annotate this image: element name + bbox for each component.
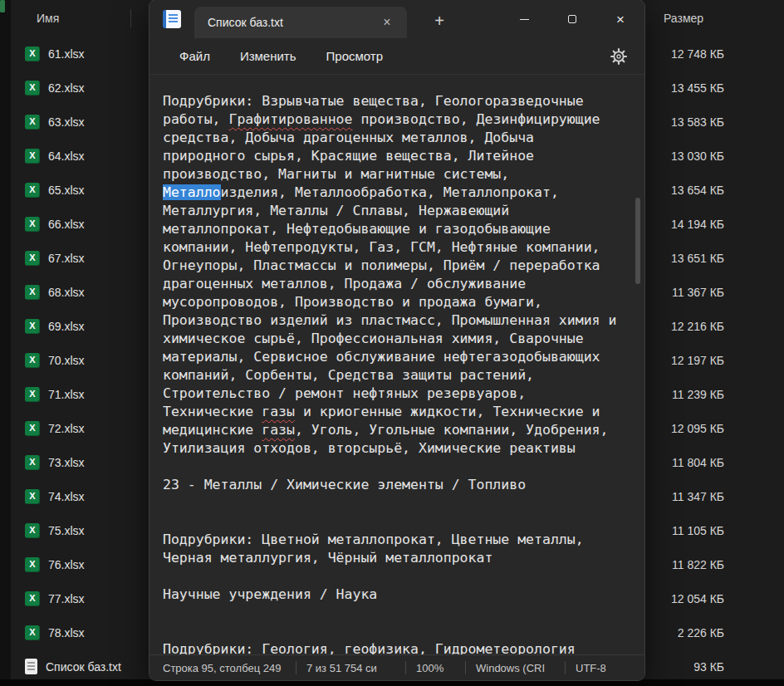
file-name: 69.xlsx — [48, 320, 85, 333]
window-controls: × — [500, 0, 644, 38]
document-tab[interactable]: Список баз.txt × — [194, 7, 407, 38]
excel-file-icon: X — [25, 523, 40, 538]
text-segment: Черная металлургия, Чёрный металлопрокат — [163, 550, 492, 566]
excel-x-glyph: X — [29, 321, 35, 331]
file-size: 13 651 КБ — [671, 252, 724, 265]
excel-file-icon: X — [25, 115, 40, 130]
text-segment: 23 - Металлы / Химические элементы / Топ… — [163, 477, 526, 492]
statusbar: Строка 95, столбец 249 7 из 51 754 си 10… — [149, 654, 644, 680]
file-name: Список баз.txt — [46, 660, 121, 674]
editor-line: Научные учреждения / Наука — [163, 586, 632, 604]
column-header-size[interactable]: Размер — [664, 0, 703, 37]
menu-file[interactable]: Файл — [179, 49, 210, 63]
menu-edit[interactable]: Изменить — [240, 49, 296, 63]
file-name: 67.xlsx — [48, 252, 85, 265]
excel-file-icon: X — [25, 149, 40, 164]
excel-x-glyph: X — [29, 219, 35, 228]
editor-line: Технические газы и криогенные жидкости, … — [163, 403, 632, 421]
text-segment: металлопрокат, Нефтедобывающие и газодоб… — [163, 221, 551, 237]
editor-line: Подрубрики: Геология, геофизика, Гидроме… — [163, 640, 632, 654]
file-size: 11 367 КБ — [672, 286, 724, 299]
tab-close-icon[interactable]: × — [377, 12, 397, 32]
text-segment: Утилизация отходов, вторсырьё, Химически… — [163, 440, 576, 456]
titlebar[interactable]: Список баз.txt × + × — [149, 0, 644, 38]
text-segment: Огнеупоры, Пластмассы и полимеры, Приём … — [163, 257, 600, 273]
editor-line: природного сырья, Красящие вещества, Лит… — [163, 147, 632, 165]
vertical-scrollbar[interactable] — [635, 198, 640, 284]
text-segment: и криогенные жидкости, Технические и — [295, 404, 600, 419]
text-segment: Металлургия, Металлы / Сплавы, Нержавеющ… — [163, 203, 509, 218]
editor-line: компаний, Сорбенты, Средства защиты раст… — [163, 366, 632, 385]
editor-line: компании, Нефтепродукты, Газ, ГСМ, Нефтя… — [163, 238, 632, 257]
file-size: 2 226 КБ — [678, 626, 724, 639]
new-tab-button[interactable]: + — [425, 8, 453, 33]
file-name: 68.xlsx — [48, 286, 85, 299]
editor-line: Подрубрики: Взрывчатые вещества, Геолого… — [163, 92, 632, 110]
file-size: 12 197 КБ — [671, 354, 724, 367]
file-size: 13 030 КБ — [671, 149, 724, 163]
editor-line: химическое сырьё, Профессиональная химия… — [163, 330, 632, 348]
file-size: 14 194 КБ — [671, 218, 724, 231]
file-size: 12 216 КБ — [671, 320, 724, 333]
menubar: Файл Изменить Просмотр — [149, 38, 644, 75]
file-size: 11 822 КБ — [672, 558, 724, 571]
text-editor[interactable]: Подрубрики: Взрывчатые вещества, Геолого… — [150, 75, 644, 654]
text-segment: работы, — [163, 111, 228, 127]
file-size: 12 748 КБ — [671, 47, 724, 61]
excel-file-icon: X — [25, 455, 40, 470]
file-size: 12 095 КБ — [671, 422, 724, 435]
file-size: 12 054 КБ — [671, 592, 724, 605]
excel-x-glyph: X — [29, 560, 35, 569]
file-name: 75.xlsx — [48, 524, 85, 537]
settings-gear-icon[interactable] — [610, 47, 628, 66]
text-segment: Подрубрики: Цветной металлопрокат, Цветн… — [163, 532, 584, 547]
text-segment: химическое сырьё, Профессиональная химия… — [163, 331, 584, 346]
text-segment: Научные учреждения / Наука — [163, 586, 377, 602]
status-line-ending: Windows (CRI — [465, 661, 565, 674]
text-segment: производство, Магниты и магнитные систем… — [163, 166, 509, 182]
clipped-icon-fragment — [0, 0, 5, 12]
editor-line: материалы, Сервисное обслуживание нефтег… — [163, 348, 632, 366]
excel-file-icon: X — [25, 251, 40, 266]
excel-file-icon: X — [25, 557, 40, 572]
excel-file-icon: X — [25, 47, 40, 61]
excel-x-glyph: X — [29, 253, 35, 262]
file-name: 74.xlsx — [48, 490, 85, 503]
excel-x-glyph: X — [29, 49, 35, 58]
file-size: 11 804 КБ — [672, 456, 724, 469]
text-segment: Производство изделий из пластмасс, Промы… — [163, 312, 616, 328]
text-segment: , Уголь, Угольные компании, Удобрения, — [295, 422, 609, 438]
editor-line: Подрубрики: Цветной металлопрокат, Цветн… — [163, 531, 632, 549]
minimize-button[interactable] — [500, 0, 548, 38]
file-name: 62.xlsx — [48, 81, 85, 95]
excel-x-glyph: X — [29, 151, 35, 160]
editor-line: медицинские газы, Уголь, Угольные компан… — [163, 421, 632, 439]
status-cursor-position: Строка 95, столбец 249 — [149, 661, 296, 674]
file-name: 78.xlsx — [48, 626, 85, 639]
excel-file-icon: X — [25, 217, 40, 232]
file-size: 13 455 КБ — [671, 81, 724, 95]
bottom-edge — [0, 679, 784, 686]
text-segment: Подрубрики: Взрывчатые вещества, Геолого… — [163, 93, 584, 109]
editor-line: 23 - Металлы / Химические элементы / Топ… — [163, 476, 632, 494]
notepad-window: Список баз.txt × + × Файл Изменить Просм… — [149, 0, 644, 680]
file-name: 64.xlsx — [48, 149, 85, 163]
editor-line — [163, 512, 632, 531]
editor-line: Производство изделий из пластмасс, Промы… — [163, 311, 632, 330]
column-header-name[interactable]: Имя — [37, 0, 59, 37]
text-segment: драгоценных металлов, Продажа / обслужив… — [163, 276, 526, 292]
excel-file-icon: X — [25, 81, 40, 96]
menu-view[interactable]: Просмотр — [326, 49, 384, 63]
editor-line: Металлургия, Металлы / Сплавы, Нержавеющ… — [163, 202, 632, 220]
text-file-icon — [25, 659, 37, 674]
status-zoom-level[interactable]: 100% — [405, 661, 465, 674]
editor-line — [163, 622, 632, 640]
editor-line — [163, 458, 632, 476]
file-name: 65.xlsx — [48, 184, 85, 197]
tab-title: Список баз.txt — [208, 16, 283, 29]
close-button[interactable]: × — [596, 0, 644, 38]
maximize-button[interactable] — [548, 0, 596, 38]
excel-file-icon: X — [25, 489, 40, 504]
editor-line: Огнеупоры, Пластмассы и полимеры, Приём … — [163, 257, 632, 275]
column-separator[interactable] — [130, 9, 131, 27]
